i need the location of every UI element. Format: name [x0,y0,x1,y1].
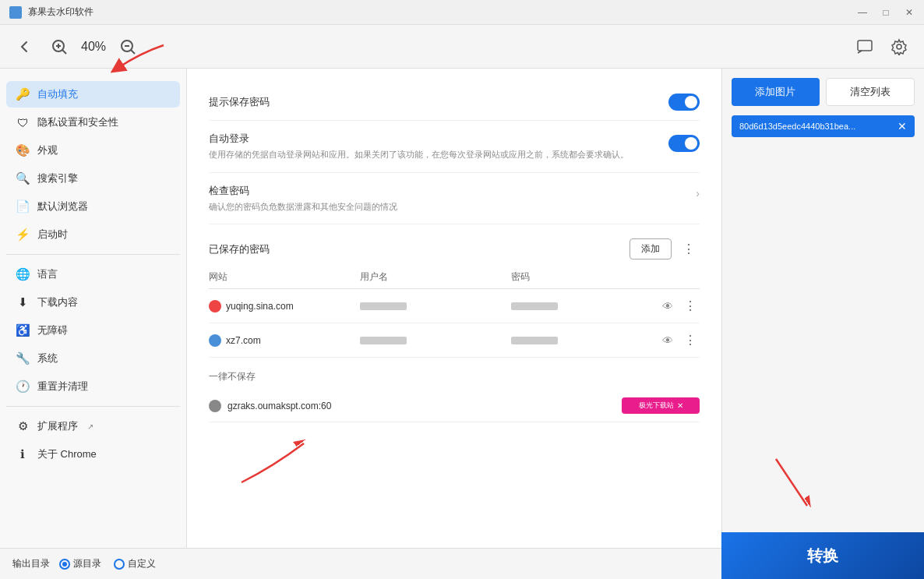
sidebar-item-download[interactable]: ⬇ 下载内容 [6,289,180,316]
sidebar-item-startup-label: 启动时 [37,228,68,242]
save-password-label: 提示保存密码 [209,95,270,109]
convert-label: 转换 [807,545,838,567]
saved-passwords-title: 已保存的密码 [209,242,270,256]
sidebar-item-default-browser[interactable]: 📄 默认浏览器 [6,193,180,220]
table-row: yuqing.sina.com 👁 ⋮ [209,289,700,323]
more-row-1[interactable]: ⋮ [679,297,701,315]
file-item: 80d6d13d5eedc4440b31bea... ✕ [732,115,915,137]
app-icon [9,6,22,19]
sidebar-item-download-label: 下载内容 [37,295,78,309]
site-cell-1: yuqing.sina.com [209,300,360,312]
save-password-toggle[interactable] [668,94,700,111]
site-icon-2 [209,334,221,347]
col-password: 密码 [511,270,662,284]
action-icons-2: 👁 ⋮ [662,331,700,349]
check-password-content: 检查密码 确认您的密码负危数据泄露和其他安全问题的情况 [209,184,696,214]
radio-custom-label: 自定义 [128,557,156,570]
passwords-header: 已保存的密码 添加 ⋮ [209,238,700,259]
sidebar-divider-1 [6,254,180,255]
radio-dot-source [59,559,70,570]
toolbar-right [852,34,912,59]
site-url-1: yuqing.sina.com [226,301,294,312]
sidebar-item-system[interactable]: 🔧 系统 [6,345,180,372]
sidebar-item-privacy[interactable]: 🛡 隐私设置和安全性 [6,109,180,136]
minimize-button[interactable]: — [857,7,868,18]
sidebar-item-extensions-label: 扩展程序 [37,419,78,433]
radio-custom-dir[interactable]: 自定义 [114,557,156,570]
add-password-button[interactable]: 添加 [630,238,672,259]
system-icon: 🔧 [16,351,30,365]
sidebar-item-search-label: 搜索引擎 [37,171,78,185]
password-cell-2 [511,337,662,344]
accessibility-icon: ♿ [16,323,30,337]
not-saved-url: gzraks.oumakspt.com:60 [227,401,615,411]
external-link-icon: ↗ [87,422,93,431]
sidebar-item-startup[interactable]: ⚡ 启动时 [6,221,180,248]
sidebar-item-accessibility[interactable]: ♿ 无障碍 [6,317,180,344]
check-password-arrow: › [696,187,700,199]
sidebar-item-search[interactable]: 🔍 搜索引擎 [6,165,180,192]
site-url-2: xz7.com [226,335,261,346]
reveal-password-1[interactable]: 👁 [662,300,673,312]
settings-icon [890,38,908,55]
browser-icon: 📄 [16,199,30,214]
file-item-close-button[interactable]: ✕ [898,120,907,132]
radio-source-dir[interactable]: 源目录 [59,557,101,570]
output-dir-label: 输出目录 [12,557,50,570]
svg-rect-7 [858,41,872,51]
sidebar-item-about-label: 关于 Chrome [37,447,97,461]
close-button[interactable]: ✕ [904,7,915,18]
svg-point-9 [897,44,901,49]
back-button[interactable] [12,34,37,59]
watermark-badge: 极光下载站 ✕ [622,397,700,414]
privacy-icon: 🛡 [16,115,30,129]
autologin-content: 自动登录 使用存储的凭据自动登录网站和应用。如果关闭了该功能，在您每次登录网站或… [209,132,668,161]
table-row: xz7.com 👁 ⋮ [209,323,700,358]
reveal-password-2[interactable]: 👁 [662,334,673,347]
more-row-2[interactable]: ⋮ [679,331,701,349]
passwords-actions: 添加 ⋮ [630,238,700,259]
check-password-row[interactable]: 检查密码 确认您的密码负危数据泄露和其他安全问题的情况 › [209,173,700,225]
site-cell-2: xz7.com [209,334,360,347]
sidebar: 🔑 自动填充 🛡 隐私设置和安全性 🎨 外观 🔍 搜索引擎 📄 默认浏览器 ⚡ … [0,69,187,548]
startup-icon: ⚡ [16,228,30,242]
radio-dot-custom [114,559,125,570]
toolbar: 40% [0,25,924,69]
chat-button[interactable] [852,34,877,59]
titlebar-controls: — □ ✕ [857,7,915,18]
check-password-desc: 确认您的密码负危数据泄露和其他安全问题的情况 [209,200,696,214]
more-passwords-button[interactable]: ⋮ [678,240,700,258]
password-blurred-1 [511,302,558,310]
sidebar-item-about[interactable]: ℹ 关于 Chrome [6,441,180,468]
autologin-toggle[interactable] [668,135,700,152]
sidebar-item-appearance[interactable]: 🎨 外观 [6,137,180,164]
convert-button[interactable]: 转换 [721,532,924,579]
radio-group: 源目录 自定义 [59,557,156,570]
radio-source-label: 源目录 [73,557,101,570]
app-title: 寡果去水印软件 [28,5,93,19]
autologin-row: 自动登录 使用存储的凭据自动登录网站和应用。如果关闭了该功能，在您每次登录网站或… [209,121,700,173]
sidebar-item-extensions[interactable]: ⚙ 扩展程序 ↗ [6,413,180,440]
sidebar-item-reset[interactable]: 🕐 重置并清理 [6,373,180,400]
add-image-button[interactable]: 添加图片 [732,78,820,106]
svg-line-6 [131,50,135,54]
site-icon-1 [209,300,221,312]
settings-button[interactable] [887,34,912,59]
check-password-title: 检查密码 [209,184,696,198]
col-site: 网站 [209,270,360,284]
username-blurred-1 [360,302,407,310]
not-saved-row: gzraks.oumakspt.com:60 极光下载站 ✕ [209,390,700,422]
right-panel-buttons: 添加图片 清空列表 [732,78,915,106]
autologin-desc: 使用存储的凭据自动登录网站和应用。如果关闭了该功能，在您每次登录网站或应用之前，… [209,148,668,161]
sidebar-item-autofill[interactable]: 🔑 自动填充 [6,81,180,108]
clear-list-button[interactable]: 清空列表 [826,78,915,106]
zoom-in-button[interactable] [47,34,72,59]
sidebar-item-appearance-label: 外观 [37,143,58,157]
username-blurred-2 [360,337,407,344]
maximize-button[interactable]: □ [880,7,891,18]
file-item-name: 80d6d13d5eedc4440b31bea... [739,122,855,131]
sidebar-item-language[interactable]: 🌐 语言 [6,261,180,288]
autofill-icon: 🔑 [16,87,30,101]
zoom-out-button[interactable] [115,34,140,59]
close-badge[interactable]: ✕ [677,401,683,410]
